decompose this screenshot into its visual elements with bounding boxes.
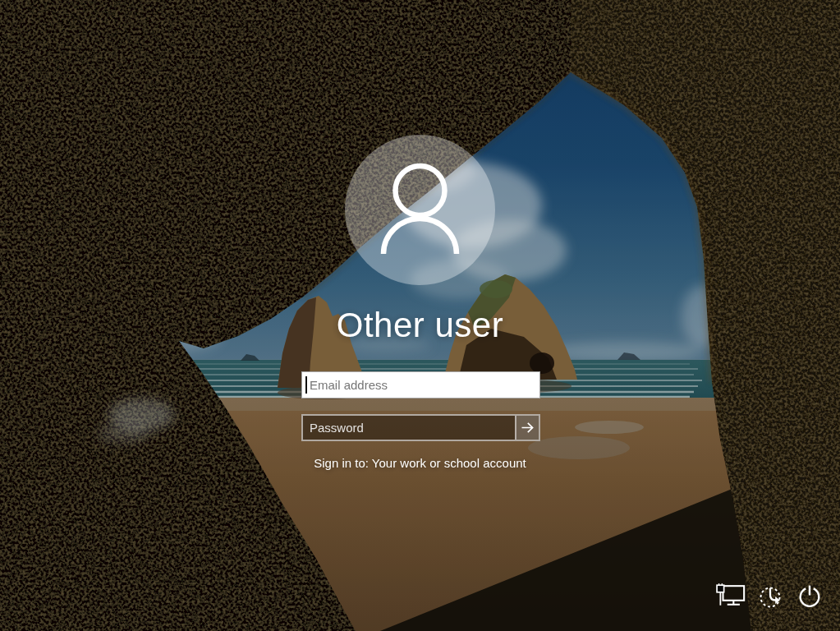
ease-of-access-button[interactable] <box>755 580 786 613</box>
power-button[interactable] <box>794 580 825 613</box>
signed-in-user-title: Other user <box>0 306 840 345</box>
power-icon <box>796 583 824 610</box>
system-tray <box>715 580 825 613</box>
network-icon <box>715 583 746 610</box>
sign-in-hint: Sign in to: Your work or school account <box>0 456 840 470</box>
text-caret <box>305 376 307 394</box>
submit-button[interactable] <box>515 416 539 440</box>
avatar-circle <box>345 135 495 285</box>
windows-sign-in-screen: Other user Sign in to: Your work or scho… <box>0 0 840 631</box>
email-field-wrap <box>301 371 540 398</box>
password-input[interactable] <box>303 416 515 440</box>
password-field-wrap <box>301 414 540 441</box>
email-input[interactable] <box>301 371 540 398</box>
user-avatar-large <box>345 135 495 285</box>
arrow-right-icon <box>521 421 535 435</box>
network-button[interactable] <box>715 580 746 613</box>
ease-of-access-icon <box>756 583 784 610</box>
